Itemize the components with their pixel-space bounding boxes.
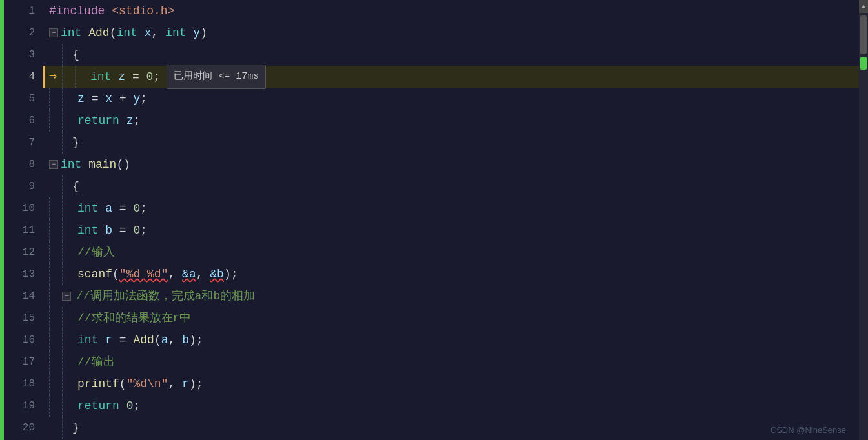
code-line-8: − int main () [43, 154, 859, 175]
code-line-12: //输入 [43, 241, 859, 263]
line-num-1: 1 [4, 0, 43, 22]
code-line-19: return 0 ; [43, 395, 859, 417]
header-file: <stdio.h> [112, 0, 174, 22]
code-line-16: int r = Add ( a , b ) ; [43, 329, 859, 351]
fn-main: main [88, 154, 116, 175]
kw-int-2: int [61, 22, 81, 44]
code-line-15: //求和的结果放在r中 [43, 307, 859, 329]
code-line-3: { [43, 44, 859, 66]
scrollbar[interactable]: ▲ [859, 0, 868, 440]
fold-button-8[interactable]: − [49, 160, 58, 169]
line-num-14: 14 [4, 285, 43, 307]
line-num-20: 20 [4, 417, 43, 439]
scroll-thumb[interactable] [860, 15, 867, 54]
line-num-8: 8 [4, 154, 43, 175]
line-num-10: 10 [4, 197, 43, 219]
code-line-14: − //调用加法函数，完成a和b的相加 [43, 285, 859, 307]
kw-int-8: int [61, 154, 81, 175]
fn-add: Add [88, 22, 109, 44]
line-num-4: 4 [4, 66, 43, 88]
line-num-15: 15 [4, 307, 43, 329]
line-num-7: 7 [4, 132, 43, 154]
code-line-11: int b = 0 ; [43, 219, 859, 241]
line-numbers: 1 2 3 4 5 6 7 8 9 10 11 12 13 14 15 16 1… [4, 0, 43, 440]
line-num-3: 3 [4, 44, 43, 66]
code-line-1: #include <stdio.h> [43, 0, 859, 22]
line-num-18: 18 [4, 373, 43, 395]
code-editor: 1 2 3 4 5 6 7 8 9 10 11 12 13 14 15 16 1… [0, 0, 868, 440]
code-line-20: } [43, 417, 859, 439]
code-line-4: ⇒ int z = 0 ; 已用时间 <= 17ms [43, 66, 859, 88]
line-num-12: 12 [4, 241, 43, 263]
line-num-6: 6 [4, 110, 43, 132]
code-line-10: int a = 0 ; [43, 197, 859, 219]
line-num-19: 19 [4, 395, 43, 417]
include-directive: #include [49, 0, 105, 22]
code-line-9: { [43, 175, 859, 197]
code-line-18: printf ( "%d\n" , r ) ; [43, 373, 859, 395]
code-line-5: z = x + y ; [43, 88, 859, 110]
line-num-16: 16 [4, 329, 43, 351]
fold-button-2[interactable]: − [49, 28, 58, 37]
code-content[interactable]: #include <stdio.h> − int Add ( int x , i… [43, 0, 859, 440]
line-num-9: 9 [4, 175, 43, 197]
debug-tooltip: 已用时间 <= 17ms [167, 65, 266, 89]
line-num-2: 2 [4, 22, 43, 44]
watermark: CSDN @NineSense [771, 425, 846, 435]
fold-button-14[interactable]: − [62, 292, 71, 301]
code-line-7: } [43, 132, 859, 154]
debug-arrow: ⇒ [49, 66, 57, 88]
code-line-6: return z ; [43, 110, 859, 132]
scroll-up-button[interactable]: ▲ [859, 0, 868, 13]
scroll-indicator-green [860, 57, 867, 70]
line-num-5: 5 [4, 88, 43, 110]
line-num-11: 11 [4, 219, 43, 241]
code-line-13: scanf ( "%d %d" , &a , &b ) ; [43, 263, 859, 285]
code-line-17: //输出 [43, 351, 859, 373]
line-num-17: 17 [4, 351, 43, 373]
line-num-13: 13 [4, 263, 43, 285]
code-line-2: − int Add ( int x , int y ) [43, 22, 859, 44]
